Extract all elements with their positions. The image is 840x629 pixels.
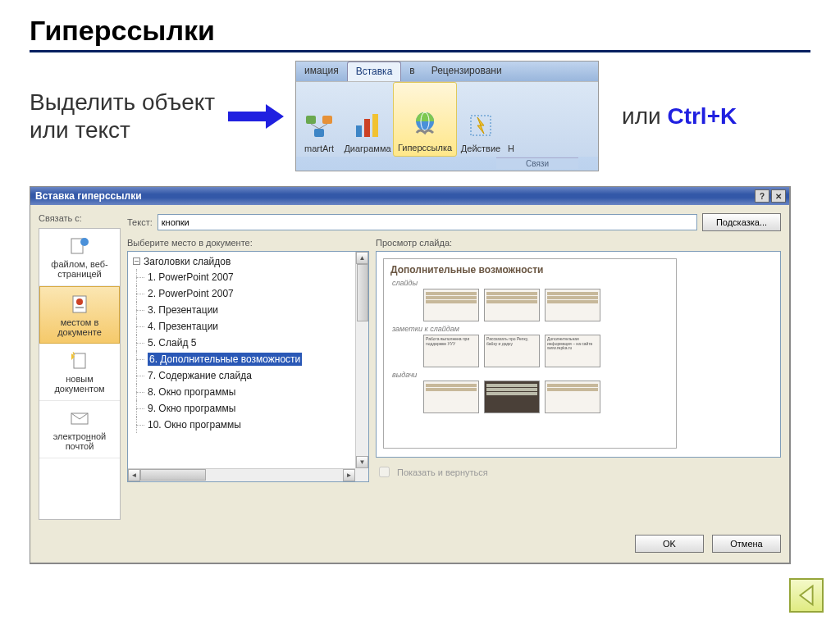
dialog-title: Вставка гиперссылки: [35, 190, 142, 202]
partial-icon: [495, 109, 527, 142]
ribbon-fragment: имация Вставка в Рецензировани martArt Д…: [295, 61, 599, 171]
tree-item-label: 3. Презентации: [148, 304, 218, 316]
preview-section-notes: заметки к слайдам: [392, 325, 669, 333]
ribbon-tab-review[interactable]: Рецензировани: [423, 62, 510, 81]
tree-item-label: 8. Окно программы: [148, 386, 235, 398]
chart-icon: [351, 109, 384, 142]
tree-item-label: 9. Окно программы: [148, 403, 235, 414]
preview-thumb: [484, 381, 540, 413]
sidebar-new-doc[interactable]: новым документом: [39, 344, 120, 401]
tree-item-label: 2. PowerPoint 2007: [148, 288, 234, 299]
sidebar-file-web-label: файлом, веб-страницей: [41, 259, 118, 279]
svg-rect-0: [306, 116, 316, 124]
preview-section-slides: слайды: [392, 279, 669, 287]
tree-item[interactable]: 1. PowerPoint 2007: [130, 269, 355, 285]
sidebar-place-doc-label: местом в документе: [42, 317, 117, 337]
svg-rect-16: [74, 353, 85, 368]
tree-vertical-scrollbar[interactable]: ▲ ▼: [355, 252, 368, 468]
sidebar-file-web[interactable]: файлом, веб-страницей: [39, 229, 120, 286]
or-text: или: [622, 103, 667, 129]
preview-section-handouts: выдачи: [392, 371, 669, 379]
globe-link-icon: [409, 108, 441, 141]
collapse-icon[interactable]: –: [133, 258, 140, 265]
email-icon: [68, 408, 91, 429]
tree-root-label: Заголовки слайдов: [144, 256, 231, 267]
tree-item[interactable]: 9. Окно программы: [130, 400, 355, 417]
ok-button[interactable]: OK: [635, 535, 704, 553]
tree-horizontal-scrollbar[interactable]: ◄ ►: [128, 468, 355, 481]
close-button[interactable]: ✕: [771, 189, 786, 203]
help-button[interactable]: ?: [755, 189, 769, 203]
ribbon-tab-insert[interactable]: Вставка: [347, 62, 402, 81]
arrow-icon: [228, 104, 285, 129]
svg-rect-15: [75, 307, 84, 308]
ribbon-hyperlink-label: Гиперссылка: [398, 143, 452, 153]
or-shortcut: или Ctrl+K: [609, 103, 737, 130]
smartart-icon: [303, 109, 336, 142]
slide-preview: Дополнительные возможности слайды заметк…: [376, 251, 781, 458]
ribbon-smartart[interactable]: martArt: [296, 82, 342, 157]
show-return-label: Показать и вернуться: [397, 467, 488, 477]
tree-item[interactable]: 2. PowerPoint 2007: [130, 285, 355, 302]
cancel-button[interactable]: Отмена: [712, 535, 781, 553]
back-nav-button[interactable]: [789, 578, 824, 613]
sidebar-place-doc[interactable]: местом в документе: [39, 286, 120, 344]
ribbon-group-label: Связи: [496, 157, 578, 169]
tree-item[interactable]: 8. Окно программы: [130, 384, 355, 400]
preview-thumb: [545, 289, 600, 321]
ribbon-next[interactable]: Н: [504, 82, 518, 157]
ribbon-chart[interactable]: Диаграмма: [342, 82, 393, 157]
tree-label: Выберите место в документе:: [127, 238, 369, 248]
preview-slide-title: Дополнительные возможности: [390, 264, 669, 276]
tree-item[interactable]: 3. Презентации: [130, 302, 355, 318]
intro-text: Выделить объект или текст: [30, 89, 218, 144]
place-doc-icon: [68, 294, 91, 315]
title-rule: [30, 50, 810, 52]
tree-item-label: 5. Слайд 5: [148, 337, 196, 349]
link-to-sidebar: файлом, веб-страницей местом в документе…: [39, 228, 121, 520]
document-places-tree[interactable]: – Заголовки слайдов 1. PowerPoint 2007 2…: [127, 251, 369, 482]
svg-rect-7: [372, 114, 378, 137]
file-web-icon: [68, 235, 91, 257]
tree-item-selected[interactable]: 6. Дополнительные возможности: [130, 351, 355, 367]
tree-item[interactable]: 4. Презентации: [130, 318, 355, 335]
page-title: Гиперссылки: [30, 15, 810, 47]
svg-rect-5: [356, 125, 362, 137]
scroll-down-icon[interactable]: ▼: [356, 456, 368, 468]
svg-point-12: [80, 238, 89, 246]
ribbon-tab-unknown[interactable]: в: [401, 62, 422, 81]
shortcut-text: Ctrl+K: [667, 103, 737, 129]
ribbon-hyperlink[interactable]: Гиперссылка: [393, 82, 457, 157]
scroll-thumb[interactable]: [140, 469, 206, 481]
scroll-up-icon[interactable]: ▲: [356, 252, 368, 264]
ribbon-next-label: Н: [508, 144, 514, 153]
preview-note-thumb: Рассказать про Репку, бабку и дедку: [484, 335, 540, 367]
tree-item-label: 7. Содержание слайда: [148, 370, 252, 381]
svg-rect-1: [322, 116, 332, 124]
ribbon-chart-label: Диаграмма: [344, 144, 390, 153]
scroll-left-icon[interactable]: ◄: [128, 469, 140, 481]
svg-rect-6: [364, 119, 370, 137]
tree-root-node[interactable]: – Заголовки слайдов: [130, 253, 355, 269]
sidebar-email[interactable]: электронной почтой: [39, 401, 120, 458]
scroll-right-icon[interactable]: ►: [343, 469, 355, 481]
tree-item[interactable]: 10. Окно программы: [130, 417, 355, 433]
link-to-label: Связать с:: [39, 213, 121, 223]
tree-item[interactable]: 5. Слайд 5: [130, 335, 355, 351]
sidebar-email-label: электронной почтой: [41, 431, 118, 451]
dialog-titlebar[interactable]: Вставка гиперссылки ? ✕: [30, 187, 789, 205]
sidebar-new-doc-label: новым документом: [41, 374, 118, 394]
tree-item[interactable]: 7. Содержание слайда: [130, 367, 355, 384]
scroll-corner: [355, 468, 368, 481]
action-icon: [464, 109, 497, 142]
screentip-button[interactable]: Подсказка...: [702, 213, 781, 231]
ribbon-tab-animation[interactable]: имация: [296, 62, 347, 81]
scroll-thumb[interactable]: [357, 264, 368, 321]
show-return-checkbox: [379, 467, 390, 477]
display-text-input[interactable]: [158, 214, 697, 230]
tree-item-label: 6. Дополнительные возможности: [148, 353, 302, 366]
svg-point-14: [76, 299, 83, 305]
ribbon-smartart-label: martArt: [304, 144, 334, 153]
slide-preview-content: Дополнительные возможности слайды заметк…: [383, 258, 677, 449]
ribbon-action-label: Действие: [461, 144, 500, 153]
